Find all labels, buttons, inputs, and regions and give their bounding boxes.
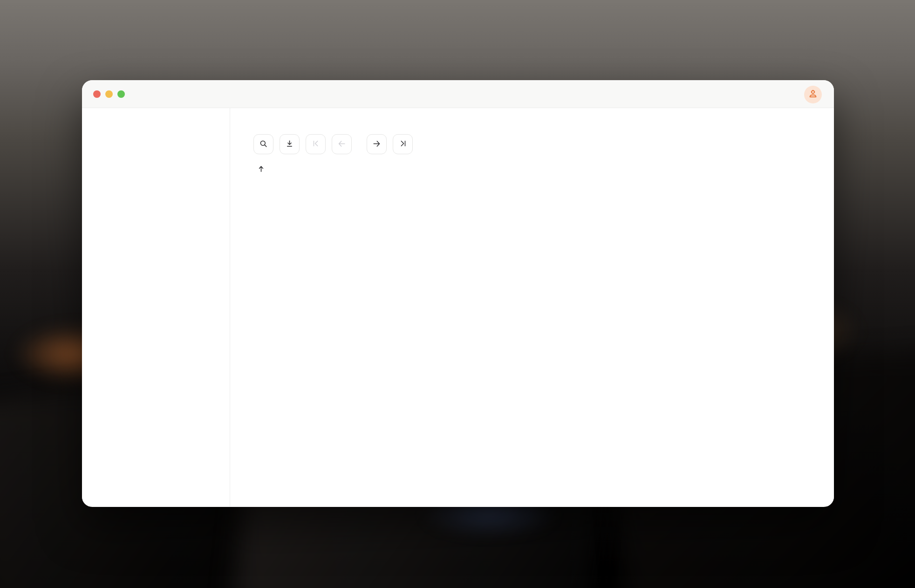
close-window-button[interactable] <box>93 90 101 98</box>
user-avatar-button[interactable] <box>804 86 822 103</box>
sort-ascending-icon <box>257 165 265 175</box>
first-page-icon <box>312 139 320 149</box>
main-content <box>230 108 834 506</box>
first-page-button[interactable] <box>306 134 326 154</box>
search-button[interactable] <box>253 134 273 154</box>
laws-table <box>253 159 833 181</box>
arrow-left-icon <box>337 139 346 150</box>
column-header-name[interactable] <box>294 159 496 181</box>
titlebar <box>82 80 834 108</box>
minimize-window-button[interactable] <box>105 90 113 98</box>
column-header-department[interactable] <box>724 159 833 181</box>
column-header-code[interactable] <box>253 159 294 181</box>
last-page-icon <box>399 139 407 149</box>
table-header-row <box>253 159 833 181</box>
app-window <box>82 80 834 507</box>
search-icon <box>259 139 268 150</box>
maximize-window-button[interactable] <box>117 90 125 98</box>
column-header-year[interactable] <box>674 159 724 181</box>
last-page-button[interactable] <box>393 134 413 154</box>
arrow-right-icon <box>372 139 381 150</box>
sidebar-nav <box>82 108 230 506</box>
next-page-button[interactable] <box>367 134 387 154</box>
prev-page-button[interactable] <box>332 134 352 154</box>
table-toolbar <box>253 134 834 154</box>
download-icon <box>285 139 294 150</box>
column-header-reasoning[interactable] <box>496 159 674 181</box>
person-icon <box>808 89 818 101</box>
window-controls <box>93 90 125 98</box>
download-button[interactable] <box>280 134 300 154</box>
